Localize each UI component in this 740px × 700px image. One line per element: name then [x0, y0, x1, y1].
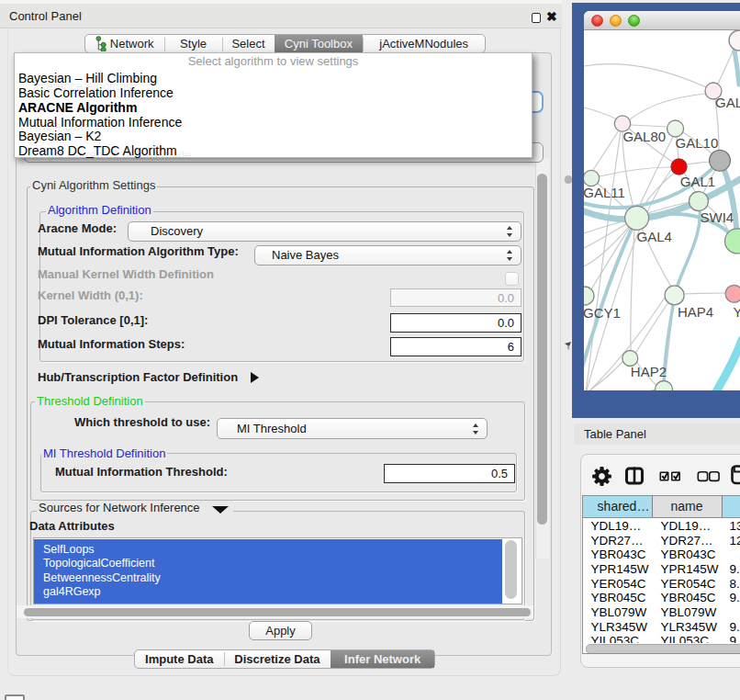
svg-text:HAP4: HAP4: [678, 304, 713, 320]
svg-text:GCY1: GCY1: [584, 305, 621, 321]
svg-text:GAL10: GAL10: [676, 135, 719, 151]
svg-text:GAL1: GAL1: [680, 174, 715, 189]
svg-text:GAL80: GAL80: [622, 129, 666, 144]
svg-text:SWI4: SWI4: [701, 209, 734, 225]
svg-text:GAL11: GAL11: [584, 185, 625, 200]
svg-text:GAL4: GAL4: [637, 229, 672, 244]
svg-text:GAL7: GAL7: [715, 95, 740, 110]
svg-text:HAP2: HAP2: [631, 364, 667, 379]
svg-text:Y: Y: [734, 304, 740, 320]
